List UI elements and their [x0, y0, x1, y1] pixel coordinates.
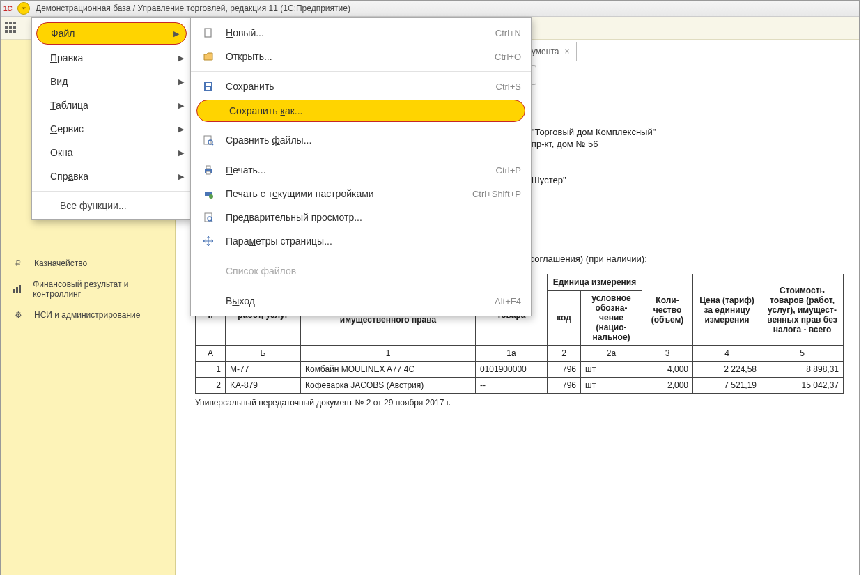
menu-help[interactable]: Справка▶: [32, 164, 191, 188]
shortcut-label: Ctrl+Shift+P: [472, 189, 521, 199]
shortcut-label: Ctrl+O: [495, 52, 521, 62]
sidebar-item-nsi[interactable]: ⚙ НСИ и администрирование: [1, 304, 175, 325]
open-icon: [201, 51, 216, 62]
sidebar-item-treasury[interactable]: ₽ Казначейство: [1, 253, 175, 274]
supplier-line: о "Торговый дом Комплексный": [524, 127, 852, 137]
col-sum: Стоимость товаров (работ, услуг), имущес…: [761, 274, 844, 346]
submenu-label: Открыть...: [226, 51, 272, 62]
sidebar-item-label: Финансовый результат и контроллинг: [33, 279, 164, 299]
menu-all-functions[interactable]: Все функции...: [32, 194, 191, 217]
svg-rect-1: [13, 289, 15, 293]
submenu-label: Сохранить как...: [229, 105, 303, 116]
menu-table[interactable]: Таблица▶: [32, 93, 191, 117]
submenu-label: Новый...: [226, 27, 264, 38]
submenu-label: Список файлов: [226, 265, 296, 277]
shortcut-label: Ctrl+N: [495, 28, 521, 38]
col-unit: Единица измерения: [548, 274, 642, 291]
col-qty: Коли-чество (объем): [642, 274, 693, 346]
save-icon: [201, 81, 216, 92]
close-icon[interactable]: ×: [564, 47, 569, 56]
table-row: 1 M-77 Комбайн MOULINEX A77 4C 010190000…: [196, 362, 844, 378]
submenu-item[interactable]: Открыть...Ctrl+O: [191, 45, 531, 68]
sidebar-item-label: НСИ и администрирование: [34, 310, 140, 320]
menu-windows[interactable]: Окна▶: [32, 141, 191, 164]
ruble-icon: ₽: [12, 258, 24, 268]
chevron-right-icon: ▶: [178, 101, 184, 110]
window-title: Демонстрационная база / Управление торго…: [36, 3, 350, 13]
menu-file[interactable]: Файл ▶: [36, 22, 187, 45]
svg-rect-2: [16, 287, 18, 293]
chevron-right-icon: ▶: [178, 125, 184, 134]
app-logo-icon: 1C: [3, 3, 15, 14]
menu-edit[interactable]: Правка▶: [32, 46, 191, 70]
svg-line-10: [212, 144, 213, 145]
gear-icon: ⚙: [12, 310, 24, 320]
submenu-label: Выход: [226, 295, 255, 307]
chevron-right-icon: ▶: [173, 29, 179, 38]
bars-icon: [12, 284, 23, 294]
doc-footer: Универсальный передаточный документ № 2 …: [195, 398, 852, 408]
new-file-icon: [201, 27, 216, 38]
file-submenu: Новый...Ctrl+NОткрыть...Ctrl+OСохранитьC…: [190, 17, 532, 316]
submenu-item: Список файлов: [191, 259, 531, 283]
tab-label: умента: [532, 47, 559, 56]
submenu-item[interactable]: Новый...Ctrl+N: [191, 21, 531, 45]
col-price: Цена (тариф) за единицу измерения: [693, 274, 761, 346]
main-menu: Файл ▶ Правка▶ Вид▶ Таблица▶ Сервис▶ Окн…: [31, 17, 192, 220]
page-setup-icon: [201, 235, 216, 247]
submenu-label: Сравнить файлы...: [226, 134, 311, 146]
buyer-frag: и Шустер": [524, 175, 852, 185]
inn-line: 1: [524, 150, 852, 161]
main-menu-dropdown[interactable]: [17, 2, 30, 15]
submenu-item[interactable]: Печать...Ctrl+P: [191, 158, 531, 182]
menu-view[interactable]: Вид▶: [32, 70, 191, 93]
submenu-label: Печать с текущими настройками: [226, 188, 374, 199]
titlebar: 1C Демонстрационная база / Управление то…: [1, 1, 859, 17]
chevron-right-icon: ▶: [178, 77, 184, 86]
shortcut-label: Alt+F4: [495, 296, 521, 307]
compare-icon: [201, 134, 216, 146]
menu-service[interactable]: Сервис▶: [32, 117, 191, 141]
chevron-right-icon: ▶: [178, 172, 184, 181]
submenu-item[interactable]: Сравнить файлы...: [191, 128, 531, 152]
shortcut-label: Ctrl+S: [496, 82, 521, 92]
col-unit-code: код: [548, 291, 581, 346]
submenu-label: Печать...: [226, 164, 266, 176]
chevron-right-icon: ▶: [178, 54, 184, 63]
tab-document[interactable]: умента ×: [524, 42, 577, 61]
submenu-label: Сохранить: [226, 81, 274, 92]
svg-rect-4: [205, 29, 211, 37]
submenu-item[interactable]: Предварительный просмотр...: [191, 206, 531, 229]
svg-point-15: [209, 194, 213, 199]
submenu-item[interactable]: ВыходAlt+F4: [191, 289, 531, 313]
svg-rect-13: [206, 171, 210, 174]
svg-rect-7: [206, 87, 210, 90]
svg-rect-3: [19, 285, 21, 293]
shortcut-label: Ctrl+P: [496, 165, 521, 176]
address-line: й пр-кт, дом № 56: [524, 139, 852, 149]
submenu-label: Параметры страницы...: [226, 235, 332, 247]
svg-rect-12: [206, 166, 210, 169]
apps-grid-icon[interactable]: [5, 22, 17, 34]
svg-text:1C: 1C: [3, 5, 13, 13]
submenu-item[interactable]: Сохранить как...: [196, 100, 525, 122]
col-unit-desc: условное обозна-чение (нацио-нальное): [581, 291, 642, 346]
table-subhead: АБ11а22а345: [196, 346, 844, 362]
sidebar-item-finance[interactable]: Финансовый результат и контроллинг: [1, 274, 175, 304]
svg-rect-6: [206, 83, 211, 86]
submenu-item[interactable]: Параметры страницы...: [191, 229, 531, 253]
submenu-item[interactable]: Печать с текущими настройкамиCtrl+Shift+…: [191, 182, 531, 206]
chevron-right-icon: ▶: [178, 148, 184, 157]
sidebar-item-label: Казначейство: [34, 258, 87, 268]
preview-icon: [201, 212, 216, 223]
submenu-label: Предварительный просмотр...: [226, 212, 362, 223]
table-row: 2 KA-879 Кофеварка JACOBS (Австрия) -- 7…: [196, 378, 844, 394]
print-settings-icon: [201, 188, 216, 199]
submenu-item[interactable]: СохранитьCtrl+S: [191, 75, 531, 98]
print-icon: [201, 164, 216, 176]
